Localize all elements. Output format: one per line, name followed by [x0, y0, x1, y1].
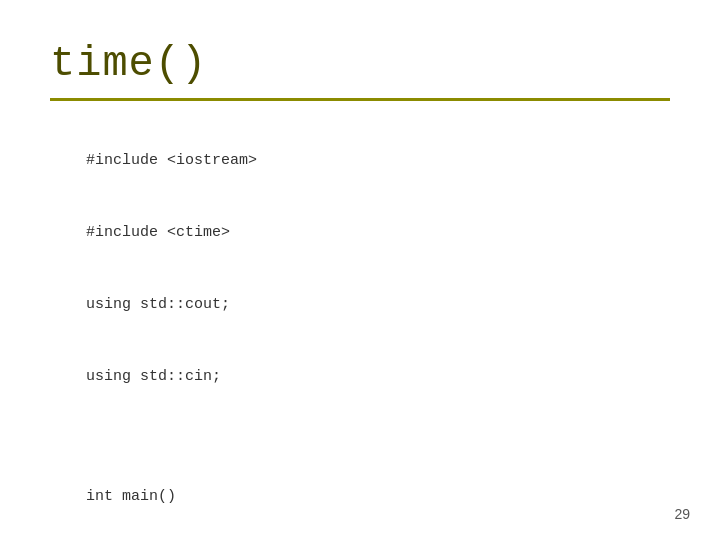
- code-line-3: using std::cout;: [86, 296, 230, 313]
- code-block: #include <iostream> #include <ctime> usi…: [50, 125, 670, 540]
- title-underline: [50, 98, 670, 101]
- code-line-4: using std::cin;: [86, 368, 221, 385]
- code-line-2: #include <ctime>: [86, 224, 230, 241]
- code-line-1: #include <iostream>: [86, 152, 257, 169]
- page-number: 29: [674, 506, 690, 522]
- slide: time() #include <iostream> #include <cti…: [0, 0, 720, 540]
- code-line-6: int main(): [86, 488, 176, 505]
- slide-title: time(): [50, 40, 670, 88]
